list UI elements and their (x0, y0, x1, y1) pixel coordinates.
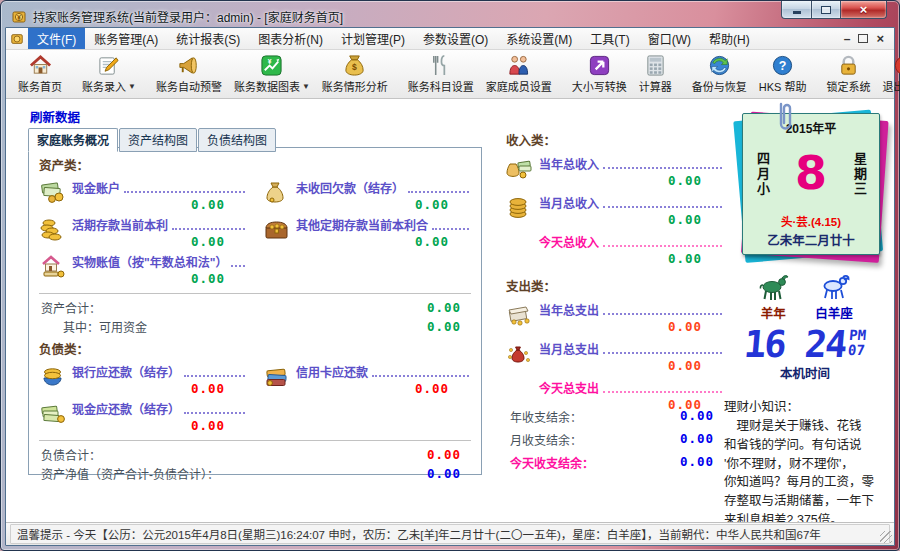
menu-chart-analysis[interactable]: 图表分析(N) (249, 28, 332, 49)
income-value: 0.00 (539, 251, 724, 266)
liability-item-cash: 现金应还款（结存） 0.00 (39, 400, 247, 433)
year-balance-row: 年收支结余： 0.00 (506, 405, 724, 428)
toolbar-lock-system-button[interactable]: 锁定系统 (821, 51, 877, 97)
treasure-chest-icon (263, 217, 290, 241)
mdi-minimize-icon[interactable]: – (844, 32, 851, 46)
mdi-close-icon[interactable]: × (876, 31, 884, 46)
income-item-today: 今天总收入 0.00 (539, 233, 724, 266)
zodiac-year-label: 羊年 (761, 303, 786, 322)
bank-repayment-icon (39, 364, 66, 388)
zodiac-sign-block: 白羊座 (815, 271, 853, 322)
app-icon: ¥ (11, 9, 27, 25)
expense-header: 支出类： (506, 276, 724, 295)
asset-item-physical: 实物账值（按"年数总和法"） 0.00 (39, 253, 247, 286)
help-icon: ? (771, 54, 794, 77)
horn-icon (177, 54, 200, 77)
backup-restore-icon (708, 54, 731, 77)
income-value: 0.00 (539, 212, 724, 227)
menu-file[interactable]: 文件(F) (28, 28, 85, 49)
svg-text:¥: ¥ (17, 13, 21, 20)
goat-icon (757, 271, 789, 301)
home-icon (29, 54, 52, 77)
app-window: ¥ 持家账务管理系统(当前登录用户：admin) - [家庭财务首页] × 文件… (0, 0, 900, 551)
family-members-icon (507, 54, 530, 77)
exit-icon (893, 54, 900, 77)
toolbar-home-button[interactable]: 账务首页 (12, 51, 68, 97)
toolbar-family-members-button[interactable]: 家庭成员设置 (480, 51, 558, 97)
menu-parameter-settings[interactable]: 参数设置(O) (414, 28, 497, 49)
chart-icon: ¥ (260, 54, 283, 77)
clock-ampm: PM (849, 328, 867, 343)
svg-text:$: $ (352, 62, 357, 72)
assets-header: 资产类： (39, 155, 471, 174)
net-worth-value: 0.00 (427, 466, 467, 481)
menu-window[interactable]: 窗口(W) (639, 28, 700, 49)
toolbar-case-convert-button[interactable]: 大小写转换 (566, 51, 633, 97)
tab-liability-structure[interactable]: 负债结构图 (198, 128, 276, 152)
mdi-restore-icon[interactable] (858, 34, 868, 43)
expense-year-icon (506, 302, 533, 326)
toolbar-exit-system-button[interactable]: 退出系统 (877, 51, 900, 97)
credit-card-icon (263, 364, 290, 388)
close-button[interactable]: × (840, 1, 887, 19)
right-column: 2015年平 四月小 8 星期三 头·芸.(4.15) 乙未年二月廿十 (720, 103, 890, 522)
calculator-icon (644, 54, 667, 77)
menu-system-settings[interactable]: 系统设置(M) (497, 28, 581, 49)
desk-calendar: 2015年平 四月小 8 星期三 头·芸.(4.15) 乙未年二月廿十 (742, 113, 880, 255)
toolbar-subject-settings-button[interactable]: 账务科目设置 (402, 51, 480, 97)
asset-item-receivable: 未收回欠款（结存） 0.00 (263, 179, 471, 212)
resize-grip[interactable] (880, 531, 892, 543)
toolbar-backup-restore-button[interactable]: 备份与恢复 (686, 51, 753, 97)
liability-item-bank: 银行应还款（结存） 0.00 (39, 363, 247, 396)
refresh-data-link[interactable]: 刷新数据 (30, 107, 80, 126)
minimize-button[interactable] (781, 1, 812, 19)
calendar-weekday: 星期三 (850, 152, 869, 197)
expense-item-year: 当年总支出 0.00 (506, 301, 724, 334)
toolbar-help-button[interactable]: ? HKS 帮助 (753, 51, 813, 97)
tab-family-overview[interactable]: 家庭账务概况 (28, 128, 118, 152)
tab-bar: 家庭账务概况 资产结构图 负债结构图 (28, 128, 277, 152)
clock-seconds: 07 (848, 343, 866, 358)
liability-total-value: 0.00 (427, 447, 467, 462)
banknotes-icon (39, 401, 66, 425)
clock-digits: 16 24 (743, 328, 847, 361)
clock-block: 16 24 PM 07 本机时间 (720, 328, 890, 382)
today-balance-row: 今天收支结余： 0.00 (506, 451, 724, 474)
toolbar-situation-analysis-button[interactable]: $ 账务情形分析 (316, 51, 394, 97)
menu-tools[interactable]: 工具(T) (581, 28, 638, 49)
menu-plan-management[interactable]: 计划管理(P) (332, 28, 414, 49)
calendar-lunar-date: 乙未年二月廿十 (749, 230, 873, 249)
aries-icon (818, 271, 850, 301)
toolbar-data-chart-button[interactable]: ¥ 账务数据图表▼ (228, 51, 316, 97)
asset-value: 0.00 (72, 234, 247, 249)
available-funds-row: 其中：可用资金 0.00 (39, 317, 471, 336)
toolbar-entry-button[interactable]: 账务录入▼ (76, 51, 142, 97)
toolbar-calculator-button[interactable]: 计算器 (633, 51, 678, 97)
tab-asset-structure[interactable]: 资产结构图 (119, 128, 197, 152)
dropdown-arrow-icon: ▼ (128, 82, 136, 91)
menu-statistics-reports[interactable]: 统计报表(S) (167, 28, 249, 49)
liability-value: 0.00 (72, 418, 247, 433)
income-year-icon (506, 156, 533, 180)
liability-value: 0.00 (72, 381, 247, 396)
asset-value: 0.00 (296, 234, 471, 249)
menu-help[interactable]: 帮助(H) (700, 28, 759, 49)
net-worth-row: 资产净值（资产合计-负债合计）： 0.00 (39, 464, 471, 483)
menu-account-management[interactable]: 账务管理(A) (85, 28, 167, 49)
mdi-child-icon (10, 32, 24, 46)
expense-value: 0.00 (539, 319, 724, 334)
expense-value: 0.00 (539, 358, 724, 373)
asset-item-other-deposit: 其他定期存款当前本利合 0.00 (263, 216, 471, 249)
balance-summary: 年收支结余： 0.00 月收支结余： 0.00 今天收支结余： 0.00 (506, 405, 724, 474)
month-balance-value: 0.00 (680, 431, 720, 448)
asset-value: 0.00 (72, 271, 247, 286)
lock-icon (837, 54, 860, 77)
calendar-year: 2015年平 (749, 119, 873, 136)
year-balance-value: 0.00 (680, 408, 720, 425)
minimize-icon (793, 11, 801, 14)
restore-button[interactable] (812, 1, 840, 19)
toolbar-auto-alert-button[interactable]: 账务自动预警 (150, 51, 228, 97)
cutlery-icon (429, 54, 452, 77)
client-area: 文件(F) 账务管理(A) 统计报表(S) 图表分析(N) 计划管理(P) 参数… (5, 27, 895, 546)
menu-bar: 文件(F) 账务管理(A) 统计报表(S) 图表分析(N) 计划管理(P) 参数… (6, 28, 894, 50)
